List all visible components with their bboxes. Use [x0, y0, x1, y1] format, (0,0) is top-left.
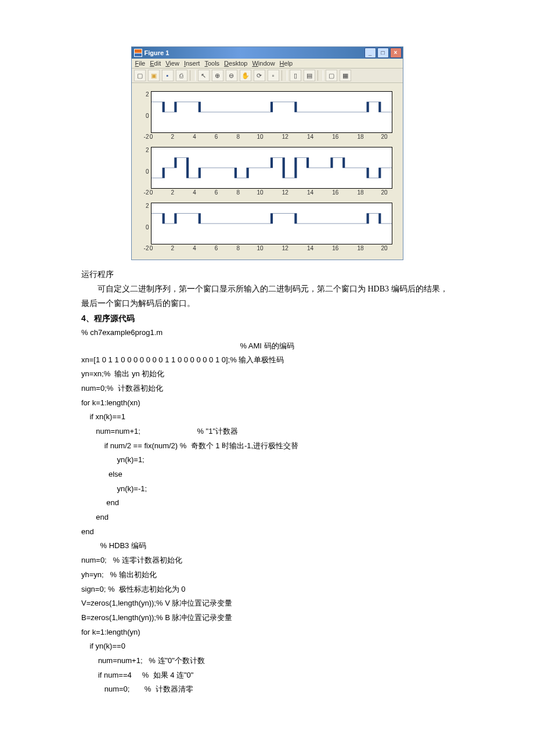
show-plot-tools-icon[interactable]: ▦: [340, 70, 351, 81]
close-button[interactable]: ×: [390, 48, 402, 58]
plot-area: 20-2 02468101214161820 20-2 024681012141…: [132, 83, 403, 260]
pointer-icon[interactable]: ↖: [198, 70, 210, 81]
zoom-in-icon[interactable]: ⊕: [212, 70, 223, 81]
section-heading-4: 4、程序源代码: [81, 311, 453, 326]
print-icon[interactable]: ⎙: [176, 70, 187, 81]
ami-title-comment: % AMI 码的编码: [81, 339, 453, 352]
matlab-figure-window: Figure 1 _ □ × FileEditViewInsertToolsDe…: [81, 46, 453, 260]
hide-plot-tools-icon[interactable]: ▢: [326, 70, 337, 81]
menu-file[interactable]: File: [135, 60, 146, 67]
menu-help[interactable]: Help: [280, 60, 293, 67]
zoom-out-icon[interactable]: ⊖: [226, 70, 237, 81]
menu-edit[interactable]: Edit: [150, 60, 161, 67]
menu-insert[interactable]: Insert: [184, 60, 200, 67]
menu-tools[interactable]: Tools: [204, 60, 219, 67]
open-icon[interactable]: ▣: [148, 70, 160, 81]
minimize-button[interactable]: _: [365, 48, 376, 58]
legend-icon[interactable]: ▤: [304, 70, 315, 81]
save-icon[interactable]: ▪: [162, 70, 174, 81]
menu-window[interactable]: Window: [252, 60, 275, 67]
window-title: Figure 1: [145, 49, 169, 56]
window-titlebar: Figure 1 _ □ ×: [132, 47, 403, 59]
menubar: FileEditViewInsertToolsDesktopWindowHelp: [132, 59, 403, 69]
colorbar-icon[interactable]: ▯: [290, 70, 301, 81]
data-cursor-icon[interactable]: ▫: [268, 70, 279, 81]
maximize-button[interactable]: □: [377, 48, 389, 58]
rotate-icon[interactable]: ⟳: [254, 70, 265, 81]
menu-view[interactable]: View: [165, 60, 179, 67]
file-comment: % ch7example6prog1.m: [81, 326, 453, 339]
source-code: xn=[1 0 1 1 0 0 0 0 0 0 0 1 1 0 0 0 0 0 …: [81, 353, 453, 697]
subplot-1: 20-2 02468101214161820: [135, 91, 392, 140]
new-file-icon[interactable]: ▢: [134, 70, 146, 81]
menu-desktop[interactable]: Desktop: [224, 60, 247, 67]
description: 可自定义二进制序列，第一个窗口显示所输入的二进制码元，第二个窗口为 HDB3 编…: [81, 282, 453, 311]
subplot-3: 20-2 02468101214161820: [135, 203, 392, 251]
pan-icon[interactable]: ✋: [240, 70, 251, 81]
subplot-2: 20-2 02468101214161820: [135, 147, 392, 196]
toolbar: ▢ ▣ ▪ ⎙ ↖ ⊕ ⊖ ✋ ⟳ ▫ ▯ ▤ ▢ ▦: [132, 69, 403, 83]
matlab-app-icon: [134, 49, 142, 57]
run-heading: 运行程序: [81, 267, 453, 282]
